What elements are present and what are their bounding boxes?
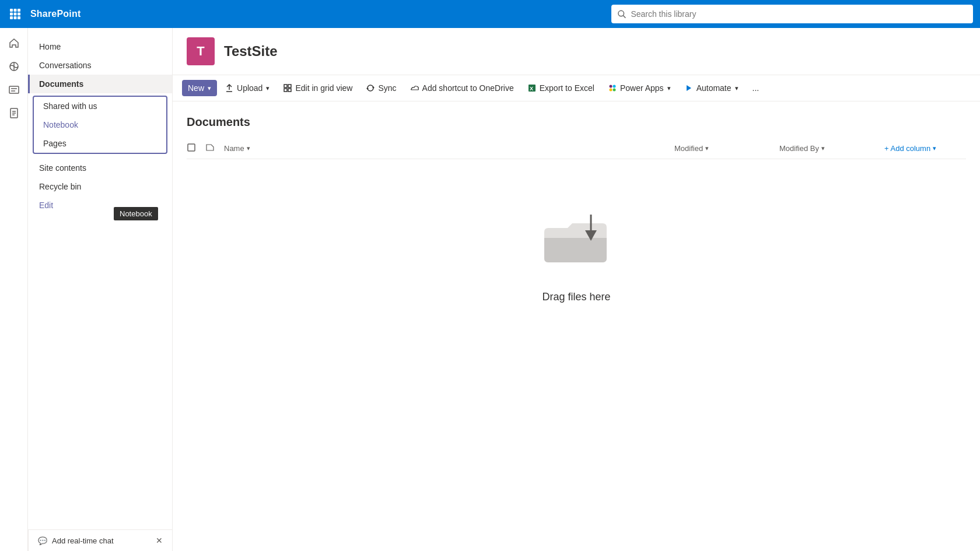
th-modified-by[interactable]: Modified By ▾ [779, 144, 884, 153]
sync-label: Sync [378, 83, 396, 93]
news-rail-icon[interactable] [4, 79, 24, 100]
bottom-panel-close-button[interactable]: ✕ [156, 536, 163, 545]
grid-icon [284, 84, 292, 92]
sites-rail-icon[interactable] [4, 56, 24, 77]
empty-folder-icon [538, 206, 614, 282]
empty-state: Drag files here [187, 159, 966, 327]
th-checkbox[interactable] [187, 143, 205, 154]
sidebar-group-notebook[interactable]: Notebook [34, 115, 166, 134]
site-name: TestSite [224, 43, 278, 59]
svg-rect-22 [288, 85, 291, 87]
new-button[interactable]: New ▾ [182, 80, 217, 96]
svg-point-30 [612, 85, 615, 88]
table-header: Name ▾ Modified ▾ Modified By ▾ + Add co… [187, 138, 966, 159]
more-button[interactable]: ... [747, 80, 765, 96]
drag-files-label: Drag files here [542, 291, 610, 303]
th-name[interactable]: Name ▾ [224, 144, 674, 153]
sidebar-item-edit[interactable]: Edit [28, 196, 172, 215]
th-add-column[interactable]: + Add column ▾ [884, 144, 966, 153]
svg-marker-33 [687, 85, 691, 91]
svg-rect-8 [18, 16, 20, 19]
shortcut-button[interactable]: Add shortcut to OneDrive [405, 80, 520, 96]
docs-title: Documents [187, 115, 966, 129]
svg-rect-23 [284, 89, 287, 92]
th-name-sort-icon: ▾ [247, 145, 250, 152]
svg-rect-2 [18, 9, 20, 12]
svg-point-31 [609, 89, 612, 92]
power-apps-button[interactable]: Power Apps ▾ [603, 80, 677, 96]
svg-rect-3 [10, 13, 13, 16]
automate-label: Automate [696, 83, 732, 93]
home-rail-icon[interactable] [4, 33, 24, 54]
onedrive-icon [411, 84, 419, 92]
th-modified-label: Modified [674, 144, 703, 153]
th-add-col-chevron-icon: ▾ [933, 145, 936, 152]
sync-icon [366, 84, 374, 92]
search-input[interactable] [631, 9, 967, 19]
power-apps-chevron-icon: ▾ [667, 85, 671, 92]
sidebar-item-site-contents[interactable]: Site contents [28, 159, 172, 177]
new-label: New [188, 83, 204, 93]
upload-chevron-icon: ▾ [266, 85, 270, 92]
toolbar: New ▾ Upload ▾ Edit in grid view [173, 75, 980, 101]
svg-rect-21 [284, 85, 287, 87]
svg-rect-24 [288, 89, 291, 92]
power-apps-label: Power Apps [620, 83, 664, 93]
upload-label: Upload [237, 83, 262, 93]
svg-line-10 [624, 16, 626, 18]
new-chevron-icon: ▾ [208, 85, 211, 92]
automate-button[interactable]: Automate ▾ [679, 80, 744, 96]
th-add-col-label: + Add column [884, 144, 930, 153]
sidebar-item-conversations[interactable]: Conversations [28, 56, 172, 75]
svg-rect-0 [10, 9, 13, 12]
bottom-panel-label: Add real-time chat [52, 536, 114, 545]
th-modified-sort-icon: ▾ [705, 145, 709, 152]
sync-button[interactable]: Sync [360, 80, 402, 96]
main-content: T TestSite New ▾ Upload ▾ [173, 28, 980, 551]
svg-point-9 [618, 10, 624, 16]
sidebar-group-shared[interactable]: Shared with us [34, 97, 166, 115]
sidebar-item-home[interactable]: Home [28, 37, 172, 56]
th-icon-col [205, 143, 224, 154]
power-apps-icon [608, 84, 617, 92]
sidebar-item-documents[interactable]: Documents [28, 75, 172, 93]
search-icon [617, 9, 626, 19]
upload-button[interactable]: Upload ▾ [219, 80, 275, 96]
site-header: T TestSite [173, 28, 980, 75]
upload-icon [225, 84, 233, 92]
sidebar-group: Shared with us Notebook Pages [33, 96, 167, 154]
sidebar-group-pages[interactable]: Pages [34, 134, 166, 153]
pages-rail-icon[interactable] [4, 103, 24, 124]
search-bar[interactable] [611, 5, 973, 23]
site-logo: T [187, 37, 215, 65]
th-modified[interactable]: Modified ▾ [674, 144, 779, 153]
main-layout: Home Conversations Documents Shared with… [0, 0, 980, 551]
export-label: Export to Excel [540, 83, 594, 93]
svg-point-29 [609, 85, 612, 88]
svg-rect-4 [14, 13, 17, 16]
svg-rect-34 [188, 144, 195, 151]
svg-rect-5 [18, 13, 20, 16]
sidebar-item-recycle-bin[interactable]: Recycle bin [28, 177, 172, 196]
svg-text:X: X [530, 86, 533, 92]
bottom-panel: 💬 Add real-time chat ✕ [28, 529, 173, 551]
th-modified-by-label: Modified By [779, 144, 819, 153]
chat-icon: 💬 [38, 536, 47, 545]
sidebar: Home Conversations Documents Shared with… [28, 28, 173, 551]
edit-grid-label: Edit in grid view [295, 83, 352, 93]
edit-grid-button[interactable]: Edit in grid view [278, 80, 358, 96]
docs-area: Documents Name ▾ Modif [173, 101, 980, 551]
svg-rect-13 [9, 86, 19, 93]
svg-rect-7 [14, 16, 17, 19]
svg-rect-6 [10, 16, 13, 19]
icon-rail [0, 28, 28, 551]
top-bar: SharePoint [0, 0, 980, 28]
export-button[interactable]: X Export to Excel [522, 80, 600, 96]
automate-icon [685, 84, 693, 92]
th-modified-by-sort-icon: ▾ [821, 145, 825, 152]
apps-icon[interactable] [7, 6, 23, 22]
app-logo: SharePoint [30, 9, 80, 19]
svg-rect-1 [14, 9, 17, 12]
excel-icon: X [528, 84, 536, 92]
shortcut-label: Add shortcut to OneDrive [422, 83, 514, 93]
